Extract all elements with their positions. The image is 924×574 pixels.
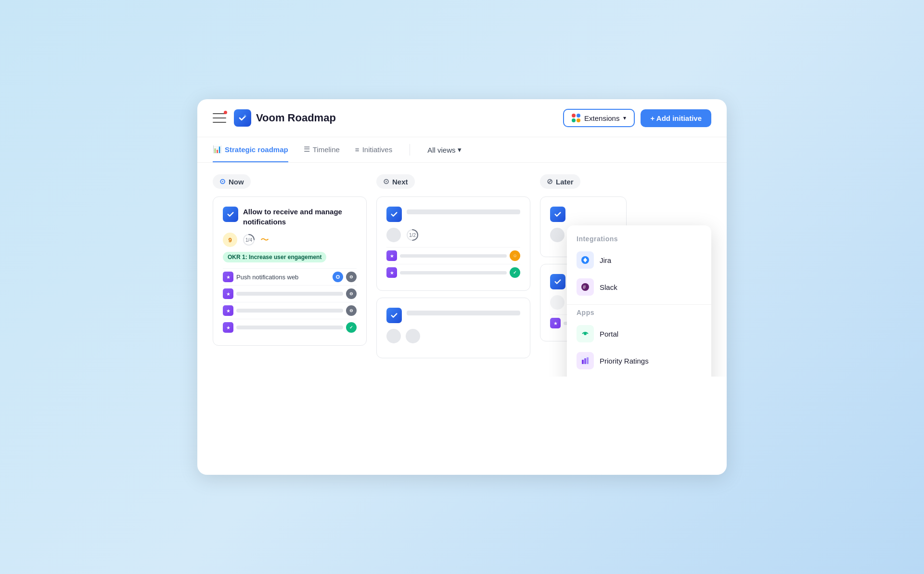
avatar-2a — [386, 329, 401, 343]
extensions-icon — [572, 114, 580, 122]
column-header-next: ⊙ Next — [376, 174, 415, 189]
all-views-dropdown[interactable]: All views ▾ — [427, 145, 461, 154]
now-label: Now — [229, 178, 244, 186]
later-label: Later — [556, 178, 574, 186]
tab-strategic-label: Strategic roadmap — [225, 145, 288, 154]
slack-icon: # — [577, 278, 594, 296]
feature-star-icon-2: ★ — [223, 288, 233, 299]
app-window: Voom Roadmap Extensions ▾ + Add initiati… — [197, 99, 727, 475]
svg-rect-14 — [582, 360, 584, 364]
tab-strategic-icon: 📊 — [213, 145, 222, 154]
feature-status-gray-3: ⊖ — [346, 305, 357, 316]
jira-label: Jira — [600, 256, 611, 264]
card-next-title-skeleton — [407, 209, 520, 214]
feature-row-3: ★ ⊖ — [223, 302, 357, 319]
later-avatar-2 — [550, 295, 565, 310]
feature-row-4: ★ ✓ — [223, 319, 357, 336]
add-initiative-button[interactable]: + Add initiative — [641, 109, 711, 127]
column-next: ⊙ Next — [376, 174, 530, 365]
header: Voom Roadmap Extensions ▾ + Add initiati… — [197, 99, 727, 137]
feature-row-2: ★ ⊖ — [223, 285, 357, 302]
feature-bar-3 — [236, 309, 343, 313]
next-progress-ring: 1/2 — [406, 228, 419, 242]
next-icon: ⊙ — [383, 177, 389, 186]
svg-point-12 — [584, 332, 587, 335]
feature-star-icon-3: ★ — [223, 305, 233, 316]
card-next-logo — [386, 207, 402, 222]
feature-name-1: Push notifications web — [236, 274, 330, 281]
dropdown-item-portal[interactable]: Portal — [567, 320, 711, 347]
next-progress-text: 1/2 — [409, 233, 416, 238]
tab-initiatives-label: Initiatives — [362, 145, 393, 154]
svg-text:#: # — [583, 284, 586, 290]
add-initiative-label: + Add initiative — [650, 114, 702, 122]
card-later-1-header — [550, 207, 616, 222]
card-now-1: Allow to receive and manage notification… — [213, 196, 367, 346]
column-now: ⊙ Now Allow to receive and manage notifi… — [213, 174, 367, 365]
slack-label: Slack — [600, 283, 617, 291]
main-content: ⊙ Now Allow to receive and manage notifi… — [197, 163, 727, 377]
next-status-green: ✓ — [510, 267, 520, 278]
later-star-icon: ★ — [550, 318, 561, 328]
integrations-section-title: Integrations — [567, 235, 711, 247]
feature-star-icon: ★ — [223, 272, 233, 282]
card-later-1-logo — [550, 207, 565, 222]
portal-icon — [577, 325, 594, 342]
svg-point-4 — [337, 276, 339, 278]
dropdown-item-priority-ratings[interactable]: Priority Ratings — [567, 347, 711, 374]
card-logo — [223, 207, 238, 222]
progress-ring: 1/4 — [242, 233, 256, 247]
extensions-dropdown: Integrations Jira # Slack — [567, 225, 711, 377]
chevron-down-icon: ▾ — [458, 145, 462, 154]
tab-initiatives[interactable]: ≡ Initiatives — [355, 138, 392, 162]
next-star-icon-2: ★ — [386, 267, 397, 278]
feature-status-gray-1: ⊖ — [346, 272, 357, 282]
nav-tabs: 📊 Strategic roadmap ☰ Timeline ≡ Initiat… — [197, 137, 727, 163]
tab-timeline[interactable]: ☰ Timeline — [304, 137, 340, 162]
dropdown-item-jira[interactable]: Jira — [567, 247, 711, 274]
priority-ratings-icon — [577, 352, 594, 369]
next-star-icon-1: ★ — [386, 250, 397, 261]
avatar-placeholder — [386, 228, 401, 242]
dropdown-item-priority-poker[interactable]: Priority Poker — [567, 374, 711, 377]
later-avatar-1a — [550, 228, 565, 242]
column-header-now: ⊙ Now — [213, 174, 251, 189]
chevron-down-icon: ▾ — [623, 115, 626, 121]
next-feature-row-2: ★ ✓ — [386, 264, 520, 281]
menu-icon[interactable] — [213, 113, 226, 123]
card-next-meta: 1/2 — [386, 228, 520, 242]
svg-point-0 — [244, 115, 246, 117]
feature-star-icon-4: ★ — [223, 322, 233, 333]
column-header-later: ⊘ Later — [540, 174, 580, 189]
okr-badge: OKR 1: Increase user engagement — [223, 252, 326, 262]
card-next-2-header — [386, 308, 520, 323]
card-next-1: 1/2 ★ ☺ ★ — [376, 196, 530, 291]
tab-initiatives-icon: ≡ — [355, 145, 359, 154]
feature-status-green: ✓ — [346, 322, 357, 333]
card-header: Allow to receive and manage notification… — [223, 207, 357, 227]
tab-timeline-icon: ☰ — [304, 145, 310, 154]
card-next-2 — [376, 298, 530, 358]
feature-row-1: ★ Push notifications web ⊖ — [223, 268, 357, 285]
now-icon: ⊙ — [219, 177, 226, 186]
dropdown-item-slack[interactable]: # Slack — [567, 274, 711, 300]
app-title: Voom Roadmap — [256, 112, 336, 124]
svg-rect-15 — [584, 358, 586, 364]
score-badge: 9 — [223, 233, 237, 247]
tab-strategic-roadmap[interactable]: 📊 Strategic roadmap — [213, 137, 288, 162]
jira-icon — [577, 251, 594, 269]
svg-rect-16 — [587, 357, 589, 364]
feature-bar-2 — [236, 292, 343, 296]
apps-section-title: Apps — [567, 309, 711, 320]
logo-icon — [234, 109, 251, 127]
feature-status-gray-2: ⊖ — [346, 288, 357, 299]
next-bar-1 — [400, 254, 507, 258]
card-next-2-skeleton — [407, 311, 520, 315]
trend-icon: 〜 — [260, 234, 269, 246]
feature-status-blue — [333, 272, 343, 282]
portal-label: Portal — [600, 330, 618, 338]
extensions-button[interactable]: Extensions ▾ — [563, 109, 635, 127]
nav-divider — [410, 144, 410, 156]
card-next-header — [386, 207, 520, 222]
feature-bar-4 — [236, 326, 343, 329]
